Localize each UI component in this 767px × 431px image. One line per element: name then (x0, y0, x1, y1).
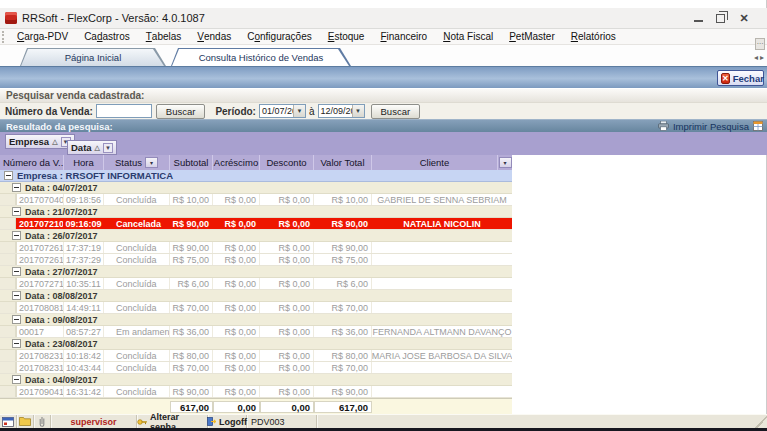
imprimir-pesquisa-link[interactable]: Imprimir Pesquisa (673, 121, 749, 132)
date-from-combo[interactable]: 01/07/2017 ▼ (259, 104, 306, 118)
cell-cli: NATALIA NICOLIN (372, 218, 512, 229)
cell-acr: R$ 0,00 (213, 242, 260, 253)
column-header-cliente-filter[interactable]: ▾ (498, 155, 512, 170)
app-icon (5, 12, 17, 24)
menu-bar-items: Carga-PDVCadastrosTabelasVendasConfigura… (9, 29, 624, 45)
cell-status: Concluída (104, 242, 170, 253)
collapse-icon[interactable] (12, 339, 21, 348)
group-row-data[interactable]: Data : 09/08/2017 (0, 314, 512, 326)
table-row[interactable]: 201709041...16:31:42ConcluídaR$ 90,00R$ … (0, 386, 512, 398)
buscar-venda-button[interactable]: Buscar (156, 104, 206, 119)
export-grid-icon[interactable] (753, 121, 763, 131)
cell-cli (372, 254, 512, 265)
column-header-cliente[interactable]: Cliente (372, 155, 498, 170)
column-header-desconto[interactable]: Desconto (260, 155, 314, 170)
cell-val: R$ 75,00 (314, 254, 372, 265)
column-label: Desconto (266, 157, 306, 168)
buscar-periodo-button[interactable]: Buscar (371, 104, 421, 119)
total-valor-total: 617,00 (314, 401, 372, 413)
group-row-data[interactable]: Data : 04/09/2017 (0, 374, 512, 386)
table-row[interactable]: 201707261...17:37:19ConcluídaR$ 90,00R$ … (0, 242, 512, 254)
group-row-data[interactable]: Data : 21/07/2017 (0, 206, 512, 218)
column-header-hora[interactable]: Hora (64, 155, 104, 170)
collapse-icon[interactable] (12, 267, 21, 276)
row-indent-gutter (0, 362, 17, 373)
grid-view-icon[interactable] (0, 415, 17, 428)
status-bar: supervisor Alterar senha Logoff PDV003 (0, 414, 767, 428)
group-label: Data : 04/07/2017 (25, 183, 98, 193)
cell-sub: R$ 10,00 (170, 194, 213, 205)
column-header-subtotal[interactable]: Subtotal (170, 155, 213, 170)
menu-item-relat-rios[interactable]: Relatórios (563, 29, 624, 45)
table-row[interactable]: 201708081...14:49:11ConcluídaR$ 70,00R$ … (0, 302, 512, 314)
search-group-title: Pesquisar venda cadastrada: (0, 88, 767, 103)
collapse-icon[interactable] (12, 183, 21, 192)
menu-item-financeiro[interactable]: Financeiro (372, 29, 435, 45)
cell-sub: R$ 90,00 (170, 386, 213, 397)
menu-item-vendas[interactable]: Vendas (189, 29, 239, 45)
group-row-data[interactable]: Data : 27/07/2017 (0, 266, 512, 278)
group-row-data[interactable]: Data : 04/07/2017 (0, 182, 512, 194)
minimize-icon[interactable] (694, 14, 703, 22)
table-row[interactable]: 201707271...10:35:11ConcluídaR$ 6,00R$ 0… (0, 278, 512, 290)
collapse-icon[interactable] (12, 375, 21, 384)
group-row-data[interactable]: Data : 26/07/2017 (0, 230, 512, 242)
date-to-combo[interactable]: 12/09/2017 ▼ (318, 104, 365, 118)
column-header-acrescimo[interactable]: Acréscimo (213, 155, 260, 170)
group-label: Data : 27/07/2017 (25, 267, 98, 277)
tab-consulta-historico-de-vendas[interactable]: Consulta Histórico de Vendas (171, 48, 351, 66)
collapse-icon[interactable] (12, 207, 21, 216)
numero-venda-input[interactable] (96, 104, 152, 118)
tab-overflow-icon[interactable]: ⋯ (755, 38, 765, 50)
restore-icon[interactable] (716, 14, 725, 23)
filter-dropdown-icon[interactable]: ▾ (499, 157, 512, 168)
menu-item-estoque[interactable]: Estoque (320, 29, 373, 45)
alterar-senha-button[interactable]: Alterar senha (137, 415, 208, 428)
pdv-terminal-status: PDV003 (247, 415, 317, 428)
column-header-valor[interactable]: Valor Total (314, 155, 372, 170)
paperclip-icon[interactable] (34, 415, 51, 428)
menu-item-configura-es[interactable]: Configurações (239, 29, 320, 45)
tab-pagina-inicial[interactable]: Página Inicial (20, 48, 166, 66)
group-chip-data[interactable]: Data △ ▼ (67, 140, 117, 155)
table-row[interactable]: 201707210...09:16:09CanceladaR$ 90,00R$ … (0, 218, 512, 230)
table-row[interactable]: 201708231...10:43:44ConcluídaR$ 70,00R$ … (0, 362, 512, 374)
folder-icon[interactable] (17, 415, 34, 428)
menu-item-cadastros[interactable]: Cadastros (76, 29, 138, 45)
collapse-icon[interactable] (4, 171, 13, 180)
collapse-icon[interactable] (12, 315, 21, 324)
cell-hora: 10:18:42 (64, 350, 104, 361)
filter-dropdown-icon[interactable]: ▾ (145, 157, 158, 168)
column-header-status[interactable]: Status▾ (104, 155, 170, 170)
group-label: Data : 08/08/2017 (25, 291, 98, 301)
cell-hora: 17:37:19 (64, 242, 104, 253)
table-row[interactable]: 201708231...10:18:42ConcluídaR$ 80,00R$ … (0, 350, 512, 362)
table-row[interactable]: 201707261...17:37:29ConcluídaR$ 75,00R$ … (0, 254, 512, 266)
column-label: Subtotal (174, 157, 209, 168)
column-label: Valor Total (320, 157, 364, 168)
group-chip-empresa[interactable]: Empresa △ ▼ (5, 134, 75, 149)
search-row: Número da Venda: Buscar Período: 01/07/2… (0, 103, 767, 119)
logoff-button[interactable]: Logoff (208, 415, 247, 428)
collapse-icon[interactable] (12, 291, 21, 300)
collapse-icon[interactable] (12, 231, 21, 240)
group-label: Empresa : RRSOFT INFORMATICA (17, 170, 173, 181)
menu-item-carga-pdv[interactable]: Carga-PDV (9, 29, 76, 45)
cell-acr: R$ 0,00 (213, 302, 260, 313)
close-icon[interactable]: ✕ (737, 12, 751, 24)
group-row-data[interactable]: Data : 23/08/2017 (0, 338, 512, 350)
resize-grip[interactable] (755, 415, 767, 428)
tab-scroll-arrows-icon[interactable]: ◂▸ (754, 53, 766, 62)
column-header-numero[interactable]: Número da V...△ (0, 155, 64, 170)
fechar-button[interactable]: ✕ Fechar (717, 70, 764, 86)
group-row-empresa[interactable]: Empresa : RRSOFT INFORMATICA (0, 170, 512, 182)
group-row-data[interactable]: Data : 08/08/2017 (0, 290, 512, 302)
table-row[interactable]: 0001708:57:27Em andamentoR$ 36,00R$ 0,00… (0, 326, 512, 338)
table-row[interactable]: 201707040...09:18:56ConcluídaR$ 10,00R$ … (0, 194, 512, 206)
column-label: Acréscimo (214, 157, 258, 168)
cell-num: 201708231... (17, 362, 64, 373)
menu-item-petmaster[interactable]: PetMaster (501, 29, 563, 45)
menu-item-tabelas[interactable]: Tabelas (138, 29, 190, 45)
grid-totals-bar: 617,00 0,00 0,00 617,00 (0, 398, 512, 414)
menu-item-nota-fiscal[interactable]: Nota Fiscal (435, 29, 501, 45)
